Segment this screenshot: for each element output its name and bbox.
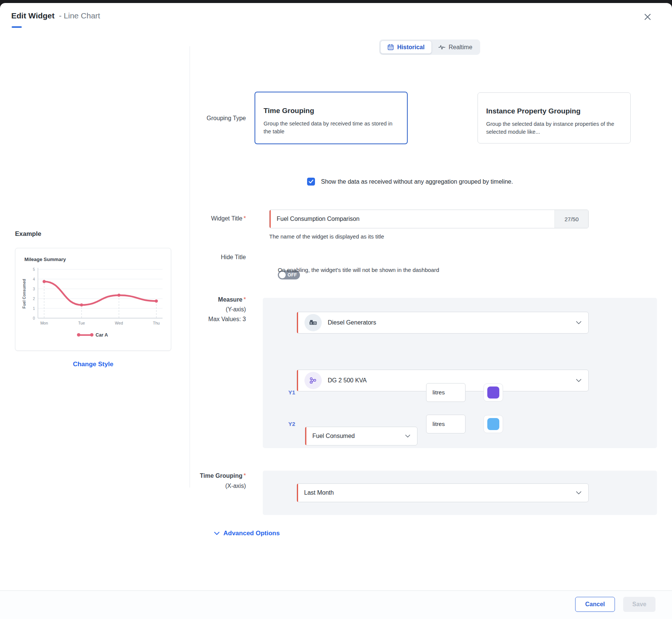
grouping-type-label: Grouping Type — [171, 115, 246, 122]
svg-text:Fuel Consumed: Fuel Consumed — [22, 279, 26, 309]
modal-subtitle: - Line Chart — [57, 11, 100, 20]
example-chart-legend: Car A — [15, 332, 171, 338]
calendar-icon — [387, 44, 394, 50]
example-heading: Example — [15, 230, 41, 238]
time-grouping-value: Last Month — [304, 489, 334, 496]
time-grouping-panel: Last Month — [263, 471, 657, 515]
svg-text:4: 4 — [33, 277, 35, 281]
change-style-link[interactable]: Change Style — [15, 361, 171, 368]
y1-metric-value: Fuel Consumed — [312, 433, 355, 439]
y1-color-swatch — [487, 386, 499, 399]
y2-axis-label: Y2 — [288, 421, 295, 427]
chevron-down-icon — [576, 321, 582, 325]
grouping-card-time-desc: Group the selected data by received time… — [264, 120, 399, 136]
grouping-card-time-title: Time Grouping — [264, 107, 399, 115]
instance-select-value: DG 2 500 KVA — [328, 377, 367, 384]
legend-label: Car A — [96, 332, 108, 338]
title-accent-underline — [12, 26, 22, 28]
required-accent-bar — [297, 484, 298, 502]
svg-text:Thu: Thu — [153, 321, 160, 325]
mode-toggle: Historical Realtime — [379, 39, 480, 55]
widget-title-input[interactable] — [270, 210, 554, 228]
measure-panel: Diesel Generators DG 2 500 KVA — [263, 298, 657, 448]
y1-metric-select[interactable]: Fuel Consumed — [305, 427, 417, 445]
tab-realtime-label: Realtime — [449, 44, 472, 51]
advanced-options-label: Advanced Options — [223, 530, 280, 537]
y1-unit-input[interactable]: litres — [426, 383, 466, 402]
svg-text:5: 5 — [33, 267, 35, 272]
pulse-icon — [438, 45, 445, 50]
required-accent-bar — [297, 370, 298, 391]
chevron-down-icon — [405, 435, 410, 438]
widget-title-field: 27/50 — [269, 210, 589, 228]
column-divider — [190, 46, 190, 488]
modal-title: Edit Widget — [11, 11, 54, 20]
required-asterisk: * — [244, 215, 246, 222]
checkmark-icon — [309, 180, 313, 184]
edit-widget-modal: Edit Widget - Line Chart Example Mileage… — [0, 3, 672, 619]
svg-text:0: 0 — [33, 316, 35, 320]
close-icon[interactable] — [642, 11, 653, 23]
advanced-options-link[interactable]: Advanced Options — [214, 530, 280, 537]
tab-historical-label: Historical — [397, 44, 425, 51]
instance-network-icon — [304, 372, 322, 389]
aggregation-checkbox-label: Show the data as received without any ag… — [321, 178, 513, 185]
svg-text:Tue: Tue — [78, 321, 85, 325]
tab-historical[interactable]: Historical — [380, 41, 432, 54]
example-chart-svg: 012345MonTueWedThuFuel Consumed — [20, 266, 167, 329]
grouping-card-instance-title: Instance Property Grouping — [486, 107, 623, 115]
chevron-down-icon — [214, 531, 220, 535]
y1-axis-label: Y1 — [288, 389, 295, 396]
aggregation-row: Show the data as received without any ag… — [307, 178, 513, 186]
grouping-card-instance-desc: Group the selected data by instance prop… — [486, 120, 623, 136]
widget-title-label: Widget Title* — [171, 215, 246, 222]
modal-footer: Cancel Save — [0, 590, 672, 619]
aggregation-checkbox[interactable] — [307, 178, 315, 186]
measure-label: Measure* — [171, 296, 246, 303]
svg-text:Mon: Mon — [40, 321, 48, 325]
required-accent-bar — [297, 312, 298, 333]
svg-text:1: 1 — [33, 306, 35, 311]
chevron-down-icon — [576, 491, 582, 495]
time-grouping-xaxis-label: (X-axis) — [171, 483, 246, 489]
module-select-value: Diesel Generators — [328, 319, 376, 326]
y2-color-swatch — [487, 418, 499, 430]
tab-realtime[interactable]: Realtime — [432, 41, 479, 54]
example-chart-card: Mileage Summary 012345MonTueWedThuFuel C… — [15, 248, 171, 351]
grouping-card-instance[interactable]: Instance Property Grouping Group the sel… — [478, 92, 631, 143]
save-button[interactable]: Save — [623, 597, 655, 612]
svg-text:Wed: Wed — [115, 321, 123, 325]
module-select[interactable]: Diesel Generators — [297, 312, 589, 334]
required-asterisk: * — [244, 296, 246, 303]
measure-maxvalues-label: Max Values: 3 — [171, 316, 246, 323]
time-grouping-label: Time Grouping* — [171, 473, 246, 479]
y1-color-picker[interactable] — [484, 383, 503, 402]
required-accent-bar — [305, 427, 306, 445]
hide-title-label: Hide Title — [171, 254, 246, 261]
legend-marker — [78, 334, 92, 336]
widget-title-helper: The name of the widget is displayed as i… — [269, 233, 384, 240]
svg-text:2: 2 — [33, 297, 35, 301]
hide-title-helper: On enabling, the widget's title will not… — [278, 267, 439, 273]
generator-icon — [304, 314, 322, 331]
required-accent-bar — [270, 210, 271, 228]
required-asterisk: * — [244, 473, 246, 479]
measure-yaxis-label: (Y-axis) — [171, 306, 246, 313]
page-title: Edit Widget - Line Chart — [11, 11, 100, 20]
y2-unit-input[interactable]: litres — [426, 415, 466, 433]
svg-text:3: 3 — [33, 287, 35, 291]
example-chart-title: Mileage Summary — [24, 257, 66, 262]
y2-color-picker[interactable] — [484, 415, 503, 433]
time-grouping-select[interactable]: Last Month — [297, 483, 589, 502]
char-counter: 27/50 — [554, 210, 588, 228]
toggle-state-label: OFF — [288, 272, 297, 278]
cancel-button[interactable]: Cancel — [575, 597, 615, 612]
grouping-card-time[interactable]: Time Grouping Group the selected data by… — [255, 92, 408, 144]
chevron-down-icon — [576, 379, 582, 382]
